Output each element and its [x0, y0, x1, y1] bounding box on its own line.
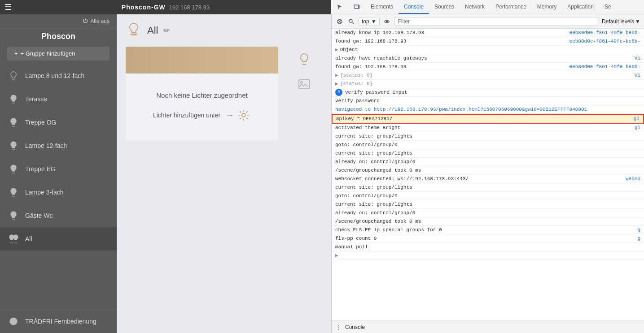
sidebar-item-treppe-og[interactable]: Treppe OG — [0, 111, 117, 134]
light-bulb-icon — [7, 186, 20, 199]
console-text: already know ip 192.168.178.93 — [335, 29, 570, 36]
light-bulb-icon — [7, 116, 20, 129]
add-group-label: + Gruppe hinzufügen — [21, 50, 75, 57]
console-link[interactable]: eeb80d0e-f861-49fe-be6b- — [570, 63, 640, 70]
console-link[interactable]: g — [637, 235, 640, 242]
console-line: ▶ Object — [332, 46, 644, 54]
sidebar-item-treppe-eg[interactable]: Treppe EG — [0, 157, 117, 181]
eye-icon-button[interactable] — [382, 17, 391, 26]
sidebar-item-all[interactable]: All — [0, 227, 117, 251]
sidebar-item-lampe-8-12[interactable]: Lampe 8 und 12-fach — [0, 64, 117, 87]
console-link[interactable]: gl — [635, 124, 640, 131]
console-text: current site: group/lights — [335, 201, 640, 208]
default-levels-dropdown[interactable]: Default levels ▼ — [602, 18, 640, 25]
svg-point-4 — [12, 320, 15, 323]
tab-memory[interactable]: Memory — [532, 0, 562, 14]
console-text: activated theme Bright — [335, 124, 635, 131]
expand-arrow[interactable]: ▶ — [335, 80, 338, 87]
console-link[interactable]: g — [637, 226, 640, 234]
sidebar-item-gaeste-wc[interactable]: Gäste Wc — [0, 204, 117, 227]
arrow-icon: → — [226, 111, 234, 120]
svg-rect-1 — [359, 6, 360, 8]
panel-header: All ✏ — [117, 14, 331, 47]
power-off-button[interactable]: Alle aus — [82, 18, 110, 24]
console-line: fls-pp count 0 g — [332, 234, 644, 243]
console-link[interactable]: Vi — [635, 55, 640, 62]
tab-sources-label: Sources — [434, 4, 454, 10]
add-lights-label: Lichter hinzufügen unter — [153, 112, 220, 119]
expand-arrow[interactable]: ▶ — [335, 46, 338, 53]
gear-icon — [237, 108, 251, 122]
sidebar: Alle aus Phoscon + + Gruppe hinzufügen L… — [0, 14, 117, 333]
console-apikey-line: apikey = 9EEA712B17 gl — [332, 114, 644, 124]
add-group-button[interactable]: + + Gruppe hinzufügen — [7, 47, 110, 61]
console-line: current site: group/lights — [332, 183, 644, 192]
tab-sources[interactable]: Sources — [429, 0, 460, 14]
add-lights-row: Lichter hinzufügen unter → — [153, 108, 251, 122]
light-bulb-icon — [7, 139, 20, 152]
console-line: check FLS-PP lp special groups for 0 g — [332, 226, 644, 234]
default-levels-label: Default levels — [602, 18, 634, 25]
light-bulb-icon — [7, 209, 20, 222]
console-text: Object — [340, 46, 358, 53]
main-panel: All ✏ Noch keine Lichter zugeordnet Lich… — [117, 14, 331, 333]
navigate-link[interactable]: http://192.168.178.93/pwa/index.html?156… — [374, 107, 587, 112]
console-text: /scene/groupchanged took 0 ms — [335, 167, 640, 174]
clear-console-button[interactable] — [335, 17, 344, 26]
console-link[interactable]: Vi — [635, 72, 640, 79]
sidebar-item-tradfri[interactable]: TRÅDFRI Fernbedienung — [0, 309, 117, 333]
console-line: activated theme Bright gl — [332, 124, 644, 132]
sidebar-item-terasse[interactable]: Terasse — [0, 87, 117, 111]
console-text: goto: control/group/0 — [335, 141, 640, 148]
edit-icon[interactable]: ✏ — [163, 26, 170, 35]
floating-image-icon — [296, 76, 312, 92]
app-header: ☰ Phoscon-GW 192.168.178.93 — [0, 4, 331, 11]
console-text: {status: 0} — [340, 80, 373, 87]
console-link[interactable]: webso — [626, 175, 640, 182]
svg-point-9 — [349, 19, 352, 22]
app-title: Phoscon-GW — [122, 4, 166, 11]
console-link[interactable]: eeb80d0e-f861-49fe-be6b- — [570, 38, 640, 45]
console-text: found gw: 192.168.178.93 — [335, 38, 570, 45]
context-selector[interactable]: top ▼ — [359, 17, 380, 26]
console-link[interactable]: gl — [634, 115, 640, 122]
tab-elements[interactable]: Elements — [365, 0, 399, 14]
console-line: current site: group/lights — [332, 200, 644, 209]
sidebar-item-label: TRÅDFRI Fernbedienung — [25, 318, 96, 325]
filter-input[interactable] — [394, 17, 599, 26]
chevron-down-icon: ▼ — [635, 18, 640, 25]
hamburger-menu[interactable]: ☰ — [4, 2, 12, 12]
console-line: current site: group/lights — [332, 149, 644, 158]
light-bulb-icon — [7, 69, 20, 82]
tab-se[interactable]: Se — [599, 0, 617, 14]
bottom-console-label: Console — [345, 324, 365, 330]
power-label: Alle aus — [90, 18, 110, 24]
tab-performance[interactable]: Performance — [490, 0, 532, 14]
panel-title: All — [147, 25, 158, 36]
menu-dots-icon[interactable]: ⋮ — [335, 324, 342, 331]
tab-elements-label: Elements — [371, 4, 393, 10]
console-line: already on: control/group/0 — [332, 158, 644, 166]
console-link[interactable]: eeb80d0e-f861-49fe-be6b- — [570, 29, 640, 36]
expand-arrow[interactable]: ▶ — [335, 252, 338, 259]
multi-bulb-icon — [7, 233, 20, 245]
expand-arrow[interactable]: ▶ — [335, 72, 338, 79]
remote-icon — [7, 315, 20, 328]
console-line: /scene/groupchanged took 0 ms — [332, 217, 644, 226]
tab-cursor-icon[interactable] — [331, 0, 348, 14]
tab-application[interactable]: Application — [562, 0, 599, 14]
filter-icon-button[interactable] — [347, 17, 356, 26]
main-content: Alle aus Phoscon + + Gruppe hinzufügen L… — [0, 14, 644, 333]
light-bulb-icon — [7, 93, 20, 105]
floating-icons — [296, 47, 312, 140]
tab-network[interactable]: Network — [460, 0, 490, 14]
console-line: verify password — [332, 97, 644, 105]
console-line: 5 verify password input — [332, 88, 644, 97]
arrow-gear: → — [226, 108, 251, 122]
tab-console[interactable]: Console — [399, 0, 429, 14]
sidebar-item-lampe-12[interactable]: Lampe 12-fach — [0, 134, 117, 157]
sidebar-item-lampe-8[interactable]: Lampe 8-fach — [0, 181, 117, 204]
console-apikey-text: apikey = 9EEA712B17 — [336, 115, 392, 122]
tab-responsive-icon[interactable] — [348, 0, 365, 14]
console-count-badge: 5 — [335, 89, 342, 96]
